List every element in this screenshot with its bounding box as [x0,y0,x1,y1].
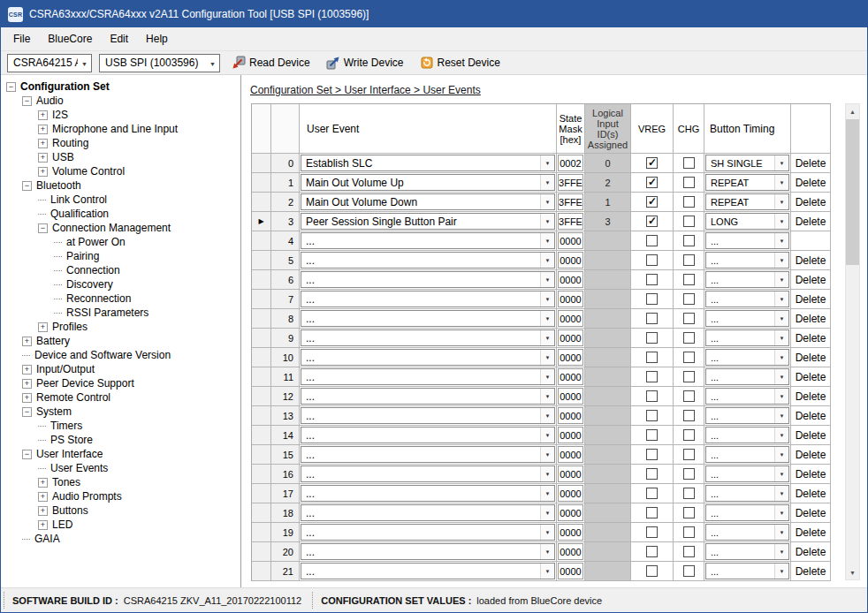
chg-checkbox[interactable] [683,235,695,246]
expand-icon[interactable]: + [38,492,48,502]
tree-item-led[interactable]: +LED [1,518,240,532]
tree-item-usb[interactable]: +USB [1,150,240,164]
chg-checkbox[interactable] [683,216,695,227]
tree-item-qualification[interactable]: Qualification [1,207,240,221]
vreg-checkbox[interactable] [646,449,658,460]
user-event-select[interactable]: ... [301,563,555,579]
delete-button[interactable]: Delete [796,254,826,267]
state-mask-input[interactable]: 0000 [558,446,583,463]
chg-checkbox[interactable] [683,429,695,441]
vreg-checkbox[interactable] [646,216,658,227]
tree-item-discovery[interactable]: Discovery [1,277,240,291]
tree-item-pairing[interactable]: Pairing [1,249,240,263]
user-event-select[interactable]: Peer Session Single Button Pair [301,213,555,230]
user-event-select[interactable]: ... [301,543,555,560]
scroll-up-icon[interactable] [846,104,859,118]
state-mask-input[interactable]: 0000 [558,368,583,385]
vreg-checkbox[interactable] [646,468,658,480]
tree-item-profiles[interactable]: +Profiles [1,320,240,334]
row-selector[interactable] [252,484,271,503]
transport-select[interactable]: USB SPI (1003596) [99,54,220,72]
tree-item-connection[interactable]: Connection [1,263,240,277]
vreg-checkbox[interactable] [646,546,658,557]
button-timing-select[interactable]: ... [705,504,789,521]
state-mask-input[interactable]: 0002 [558,155,583,171]
vreg-checkbox[interactable] [646,332,658,344]
tree-item-battery[interactable]: +Battery [1,334,240,348]
button-timing-select[interactable]: ... [705,563,789,579]
state-mask-input[interactable]: 0000 [558,329,583,346]
chg-checkbox[interactable] [683,410,695,421]
expand-icon[interactable]: + [38,520,48,530]
state-mask-input[interactable]: 0000 [558,543,583,560]
delete-button[interactable]: Delete [796,429,826,442]
row-selector[interactable] [252,212,271,231]
row-selector[interactable] [252,193,271,212]
delete-button[interactable]: Delete [796,371,826,383]
collapse-icon[interactable]: − [22,407,32,417]
vreg-checkbox[interactable] [646,507,658,518]
chg-checkbox[interactable] [683,488,695,499]
chg-checkbox[interactable] [683,254,695,266]
chg-checkbox[interactable] [683,274,695,285]
user-event-select[interactable]: ... [301,465,555,482]
vreg-checkbox[interactable] [646,177,658,188]
user-event-select[interactable]: Main Out Volume Up [301,174,555,191]
tree-item-system[interactable]: −System [1,405,240,419]
chg-checkbox[interactable] [683,449,695,460]
state-mask-input[interactable]: 0000 [558,271,583,288]
button-timing-select[interactable]: ... [705,427,789,443]
row-selector[interactable] [252,387,271,406]
tree-item-ps-store[interactable]: PS Store [1,433,240,447]
button-timing-select[interactable]: ... [705,368,789,385]
user-event-select[interactable]: ... [301,504,555,521]
scrollbar-thumb[interactable] [846,119,859,265]
expand-icon[interactable]: + [38,110,48,120]
collapse-icon[interactable]: − [38,223,48,233]
row-selector[interactable] [252,542,271,562]
tree-item-configuration-set[interactable]: −Configuration Set [1,79,240,94]
delete-button[interactable]: Delete [796,526,826,539]
menu-file[interactable]: File [4,27,39,50]
collapse-icon[interactable]: − [22,181,32,191]
button-timing-select[interactable]: ... [705,271,789,288]
vreg-checkbox[interactable] [646,488,658,499]
expand-icon[interactable]: + [38,506,48,516]
expand-icon[interactable]: + [22,379,32,389]
state-mask-input[interactable]: 0000 [558,349,583,366]
scroll-down-icon[interactable] [846,565,859,579]
delete-button[interactable]: Delete [796,410,826,422]
delete-button[interactable]: Delete [796,449,826,461]
menu-edit[interactable]: Edit [101,27,137,50]
tree-item-input-output[interactable]: +Input/Output [1,362,240,376]
write-device-button[interactable]: Write Device [322,53,408,72]
user-event-select[interactable]: Main Out Volume Down [301,193,555,210]
tree-item-volume-control[interactable]: +Volume Control [1,164,240,178]
chg-checkbox[interactable] [683,565,695,577]
tree-item-link-control[interactable]: Link Control [1,193,240,207]
user-event-select[interactable]: ... [301,349,555,366]
menu-help[interactable]: Help [137,27,177,50]
vreg-checkbox[interactable] [646,274,658,285]
row-selector[interactable] [252,231,271,251]
expand-icon[interactable]: + [38,153,48,163]
tree-item-audio-prompts[interactable]: +Audio Prompts [1,489,240,503]
row-selector[interactable] [252,329,271,348]
row-selector[interactable] [252,406,271,426]
chg-checkbox[interactable] [683,390,695,402]
button-timing-select[interactable]: ... [705,407,789,424]
delete-button[interactable]: Delete [796,352,826,364]
expand-icon[interactable]: + [38,125,48,134]
tree-item-user-interface[interactable]: −User Interface [1,447,240,461]
vreg-checkbox[interactable] [646,196,658,208]
button-timing-select[interactable]: ... [705,252,789,269]
delete-button[interactable]: Delete [796,274,826,286]
delete-button[interactable]: Delete [796,216,826,228]
chg-checkbox[interactable] [683,352,695,363]
state-mask-input[interactable]: 3FFE [558,213,583,230]
button-timing-select[interactable]: ... [705,291,789,307]
delete-button[interactable]: Delete [796,507,826,519]
state-mask-input[interactable]: 0000 [558,291,583,307]
collapse-icon[interactable]: − [22,450,32,459]
tree-item-at-power-on[interactable]: at Power On [1,235,240,249]
